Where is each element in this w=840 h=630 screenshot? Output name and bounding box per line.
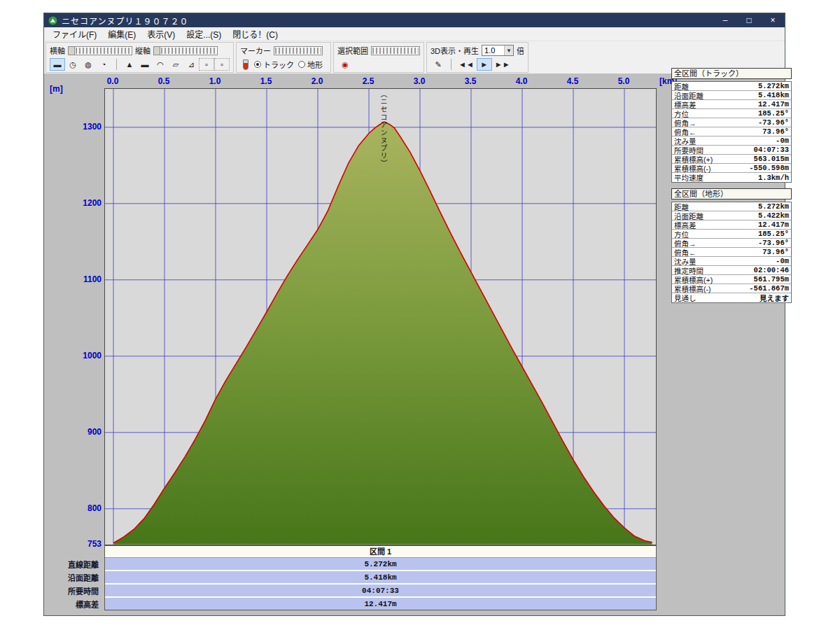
stat-label: 見通し xyxy=(674,293,696,303)
pace-graph-button[interactable]: ◔ xyxy=(96,58,111,71)
segment-row-label: 標高差 xyxy=(44,599,102,612)
speed-graph-button[interactable]: ◍ xyxy=(80,58,96,71)
stat-value: -0m xyxy=(776,136,789,145)
menubar: ファイル(F)編集(E)表示(V)設定...(S)閉じる！(C) xyxy=(44,27,785,41)
curve-profile-button[interactable]: ◠ xyxy=(153,58,168,71)
horizontal-axis-label: 横軸 xyxy=(50,45,65,56)
selection-slider[interactable] xyxy=(371,46,420,55)
stat-value: -550.598m xyxy=(749,164,789,172)
stat-value: -73.96° xyxy=(758,239,789,247)
segment-value: 5.272km xyxy=(364,560,396,568)
peak-label: （ニセコアンヌプリ） xyxy=(378,90,388,167)
menu-item-close[interactable]: 閉じる！(C) xyxy=(227,27,284,41)
segment-value: 04:07:33 xyxy=(362,587,399,595)
stat-value: 563.015m xyxy=(754,155,789,163)
radio-terrain-circle xyxy=(298,61,305,68)
radio-terrain[interactable]: 地形 xyxy=(298,59,323,70)
stats-table-terrain: 距離5.272km沿面距離5.422km標高差12.417m方位185.25°俯… xyxy=(671,202,792,303)
toolbar-separator xyxy=(451,59,451,70)
segment-table: 区間 1 5.272km5.418km04:07:3312.417m xyxy=(104,545,657,610)
stat-value: 04:07:33 xyxy=(754,146,789,154)
playback-speed-value: 1.0 xyxy=(484,46,495,55)
stat-value: 見えます xyxy=(760,293,789,303)
stat-value: -0m xyxy=(776,257,789,265)
marker-toolbar-group: マーカー トラック地形 xyxy=(236,42,331,73)
stat-value: -73.96° xyxy=(758,118,789,127)
stat-value: 5.418km xyxy=(758,91,789,99)
marker-source-radios: トラック地形 xyxy=(254,59,327,70)
stats-table-track: 距離5.272km沿面距離5.418km標高差12.417m方位185.25°俯… xyxy=(671,81,792,183)
chevron-down-icon: ▼ xyxy=(504,46,513,55)
desktop: ニセコアンヌプリ１９０７２０ – □ × ファイル(F)編集(E)表示(V)設定… xyxy=(0,0,840,630)
stat-row: 標高差12.417m xyxy=(672,220,791,230)
toolbar-separator xyxy=(116,59,117,70)
segment-row-label: 直線距離 xyxy=(44,559,102,573)
radio-terrain-label: 地形 xyxy=(307,59,323,70)
titlebar[interactable]: ニセコアンヌプリ１９０７２０ – □ × xyxy=(44,13,785,27)
slider-thumb[interactable] xyxy=(154,47,160,55)
selection-label: 選択範囲 xyxy=(337,45,368,56)
stat-value: 73.96° xyxy=(762,127,789,136)
stat-value: 73.96° xyxy=(762,248,789,256)
window-title: ニセコアンヌプリ１９０７２０ xyxy=(62,15,189,27)
clock-graph-button[interactable]: ◷ xyxy=(65,58,80,71)
flat-profile-button[interactable]: ▬ xyxy=(137,58,153,71)
segment-rows: 5.272km5.418km04:07:3312.417m xyxy=(105,558,656,610)
slider-track xyxy=(161,48,216,54)
stats-header-terrain: 全区間（地形） xyxy=(671,188,792,200)
app-window: ニセコアンヌプリ１９０７２０ – □ × ファイル(F)編集(E)表示(V)設定… xyxy=(43,13,785,616)
playback-speed-unit: 倍 xyxy=(517,45,524,56)
marker-label: マーカー xyxy=(240,45,271,56)
camera-icon[interactable]: ◉ xyxy=(337,58,353,71)
dotted-area-button[interactable]: ▫ xyxy=(199,58,214,71)
forward-button[interactable]: ►► xyxy=(493,58,512,71)
radio-track[interactable]: トラック xyxy=(254,59,294,70)
stat-value: -561.867m xyxy=(749,284,789,293)
app-icon xyxy=(48,16,57,25)
menu-item-file[interactable]: ファイル(F) xyxy=(47,27,102,41)
slider-thumb[interactable] xyxy=(69,47,75,55)
3d-edit-icon[interactable]: ✎ xyxy=(430,58,446,71)
segment-value: 5.418km xyxy=(364,573,396,582)
marker-thermometer-icon[interactable] xyxy=(243,59,248,70)
playback-toolbar-group: 3D表示・再生 1.0 ▼ 倍 ✎ ◄◄►►► xyxy=(426,42,528,73)
segment-row: 12.417m xyxy=(105,598,656,610)
stat-value: 5.272km xyxy=(758,202,789,211)
radio-track-circle xyxy=(254,61,261,68)
slider-track xyxy=(372,48,419,54)
segment-side-labels: 直線距離沿面距離所要時間標高差 xyxy=(44,559,102,612)
slider-track xyxy=(275,48,321,54)
dotted-range-button[interactable]: ▫ xyxy=(214,58,230,71)
bar-graph-button[interactable]: ▬ xyxy=(50,58,65,71)
segment-row: 5.418km xyxy=(105,571,656,583)
segment-row-label: 沿面距離 xyxy=(44,573,102,586)
terrain-profile-button[interactable]: ▱ xyxy=(168,58,183,71)
mountain-profile-button[interactable]: ▲ xyxy=(122,58,137,71)
stat-row: 平均速度1.3km/h xyxy=(672,173,791,182)
playback-speed-select[interactable]: 1.0 ▼ xyxy=(482,45,514,56)
segment-header: 区間 1 xyxy=(105,546,656,558)
maximize-button[interactable]: □ xyxy=(737,13,761,27)
stat-value: 185.25° xyxy=(758,109,789,118)
play-button[interactable]: ► xyxy=(477,58,492,71)
vertical-axis-slider[interactable] xyxy=(153,46,218,55)
stat-value: 561.795m xyxy=(754,275,789,284)
horizontal-axis-slider[interactable] xyxy=(68,46,132,55)
marker-slider[interactable] xyxy=(274,46,323,55)
y-axis-unit-label: [m] xyxy=(50,84,63,94)
selection-toolbar-group: 選択範囲 ◉ xyxy=(333,42,424,73)
rewind-button[interactable]: ◄◄ xyxy=(456,58,476,71)
segment-row: 5.272km xyxy=(105,558,656,570)
minimize-button[interactable]: – xyxy=(713,13,737,27)
menu-item-settings[interactable]: 設定...(S) xyxy=(181,27,227,41)
menu-item-view[interactable]: 表示(V) xyxy=(141,27,181,41)
stat-value: 12.417m xyxy=(758,100,789,108)
slider-track xyxy=(76,48,131,54)
close-button[interactable]: × xyxy=(761,13,785,27)
stat-value: 5.272km xyxy=(758,82,789,90)
playback-buttons: ◄◄►►► xyxy=(456,58,512,71)
slope-angle-button[interactable]: ⊿ xyxy=(183,58,199,71)
stats-header-track: 全区間（トラック） xyxy=(671,68,792,79)
menu-item-edit[interactable]: 編集(E) xyxy=(102,27,141,41)
stat-value: 12.417m xyxy=(758,220,789,229)
